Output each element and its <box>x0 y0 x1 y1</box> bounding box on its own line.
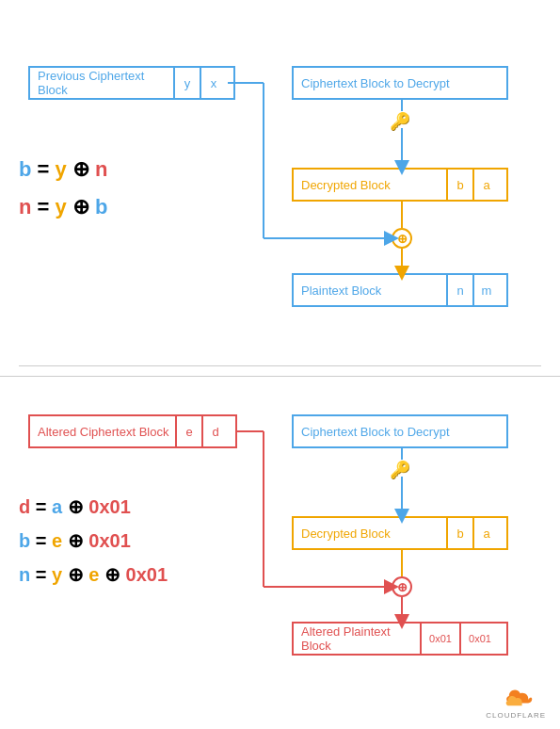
altered-plaintext-cell-1: 0x01 <box>420 624 459 654</box>
plaintext-cell-n: n <box>446 275 472 305</box>
cipher-decrypt-label-top: Ciphertext Block to Decrypt <box>301 76 499 90</box>
altered-plaintext-cell-2: 0x01 <box>459 624 499 654</box>
plaintext-cell-m: m <box>472 275 499 305</box>
altered-cipher-box: Altered Ciphertext Block e d <box>28 414 237 448</box>
decrypted-cell-b-bottom: b <box>446 518 472 548</box>
bottom-section: Altered Ciphertext Block e d Ciphertext … <box>0 377 560 725</box>
decrypted-label-top: Decrypted Block <box>301 178 446 192</box>
prev-cipher-cell-x: x <box>200 68 226 98</box>
eq2-bottom: b = e ⊕ 0x01 <box>19 524 168 558</box>
equations-bottom: d = a ⊕ 0x01 b = e ⊕ 0x01 n = y ⊕ e ⊕ 0x… <box>19 490 168 591</box>
prev-cipher-label: Previous Ciphertext Block <box>38 69 173 97</box>
eq2-top: n = y ⊕ b <box>19 188 108 226</box>
eq1-bottom: d = a ⊕ 0x01 <box>19 490 168 524</box>
divider <box>19 365 541 366</box>
equations-top: b = y ⊕ n n = y ⊕ b <box>19 151 108 225</box>
cloudflare-logo: CLOUDFLARE <box>486 683 546 720</box>
decrypted-label-bottom: Decrypted Block <box>301 526 446 541</box>
prev-cipher-cell-y: y <box>173 68 200 98</box>
decrypted-box-bottom: Decrypted Block b a <box>292 516 508 550</box>
decrypted-cell-a-bottom: a <box>472 518 499 548</box>
cipher-decrypt-box-top: Ciphertext Block to Decrypt <box>292 66 508 100</box>
altered-plaintext-label: Altered Plaintext Block <box>301 624 420 653</box>
xor-circle-bottom: ⊕ <box>392 576 412 597</box>
xor-circle-top: ⊕ <box>392 228 412 249</box>
altered-plaintext-box: Altered Plaintext Block 0x01 0x01 <box>292 622 508 656</box>
altered-cipher-label: Altered Ciphertext Block <box>38 425 175 439</box>
key-icon-bottom: 🔑 <box>390 460 410 480</box>
prev-cipher-box: Previous Ciphertext Block y x <box>28 66 235 100</box>
cipher-decrypt-label-bottom: Ciphertext Block to Decrypt <box>301 425 499 439</box>
decrypted-box-top: Decrypted Block b a <box>292 168 508 202</box>
eq1-top: b = y ⊕ n <box>19 151 108 188</box>
top-section: Previous Ciphertext Block y x Ciphertext… <box>0 28 560 377</box>
plaintext-box-top: Plaintext Block n m <box>292 273 508 307</box>
altered-cipher-cell-e: e <box>175 416 201 446</box>
decrypted-cell-b-top: b <box>446 170 472 200</box>
decrypted-cell-a-top: a <box>472 170 499 200</box>
cloudflare-text: CLOUDFLARE <box>486 711 546 720</box>
key-icon-top: 🔑 <box>390 111 410 132</box>
cipher-decrypt-box-bottom: Ciphertext Block to Decrypt <box>292 414 508 448</box>
plaintext-label: Plaintext Block <box>301 284 446 298</box>
eq3-bottom: n = y ⊕ e ⊕ 0x01 <box>19 558 168 591</box>
cloudflare-cloud-icon <box>492 683 539 709</box>
altered-cipher-cell-d: d <box>201 416 228 446</box>
